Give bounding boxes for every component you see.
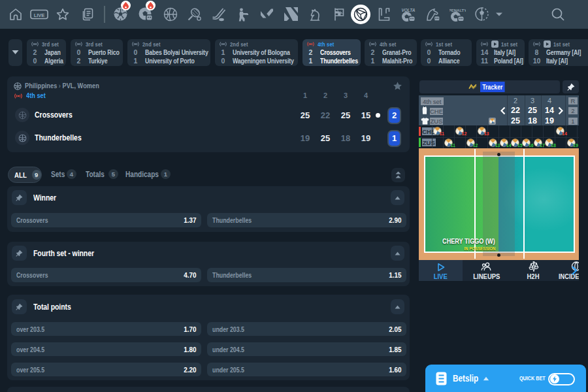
svg-text:VOLTA: VOLTA xyxy=(401,8,415,12)
svg-text:PENALTY: PENALTY xyxy=(449,8,466,12)
svg-text:LIVE: LIVE xyxy=(34,12,45,18)
